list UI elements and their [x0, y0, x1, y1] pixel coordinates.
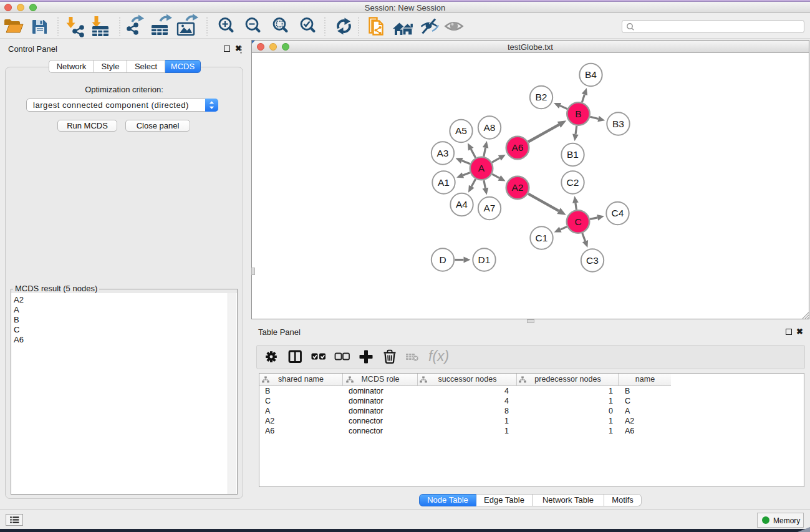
svg-text:A2: A2	[512, 182, 524, 193]
svg-text:C4: C4	[612, 208, 624, 218]
svg-text:A4: A4	[456, 199, 468, 210]
svg-text:C: C	[574, 216, 581, 227]
svg-text:B: B	[575, 109, 581, 119]
svg-text:D: D	[439, 254, 446, 265]
svg-text:A7: A7	[484, 203, 496, 213]
svg-text:A: A	[478, 163, 485, 173]
svg-text:D1: D1	[478, 254, 491, 265]
svg-text:A3: A3	[437, 148, 449, 158]
svg-text:B1: B1	[567, 149, 579, 160]
svg-text:C2: C2	[567, 177, 579, 188]
svg-text:f(x): f(x)	[428, 348, 449, 364]
svg-text:B2: B2	[536, 92, 547, 102]
svg-text:A5: A5	[455, 125, 467, 136]
svg-text:B3: B3	[612, 118, 624, 129]
svg-text:B4: B4	[585, 69, 597, 80]
svg-text:A6: A6	[512, 142, 524, 153]
svg-text:A1: A1	[438, 177, 450, 188]
svg-text:C3: C3	[586, 255, 599, 266]
svg-text:C1: C1	[536, 233, 548, 243]
svg-text:A8: A8	[484, 122, 496, 133]
